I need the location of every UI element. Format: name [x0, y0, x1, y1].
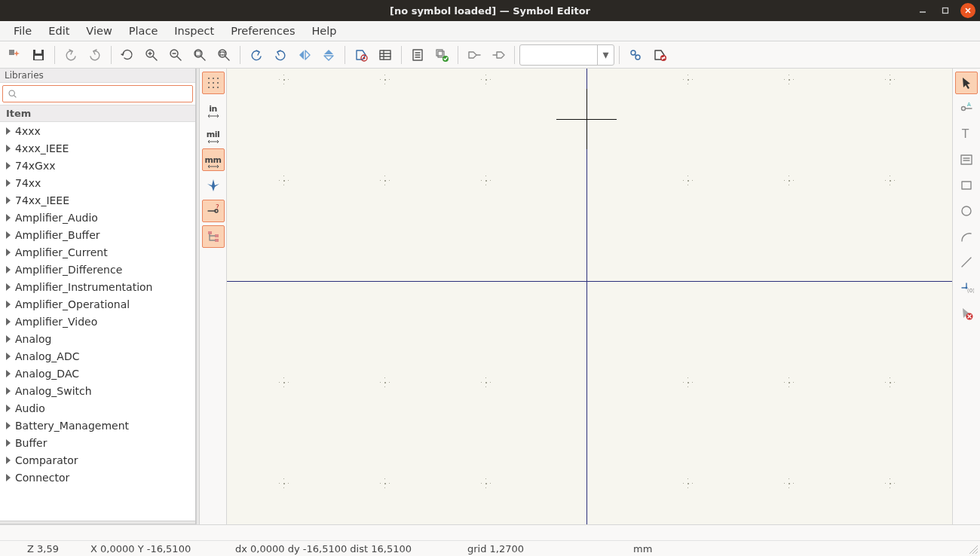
unit-selector[interactable]: ▾ [519, 44, 614, 66]
libraries-panel: Libraries Item 4xxx4xxx_IEEE74xGxx74xx74… [0, 69, 196, 524]
line-tool[interactable] [955, 251, 978, 273]
erc-button[interactable] [430, 44, 453, 66]
grid-tick [692, 382, 693, 383]
library-item[interactable]: 74xx_IEEE [0, 191, 195, 209]
libraries-list[interactable]: 4xxx4xxx_IEEE74xGxx74xx74xx_IEEEAmplifie… [0, 122, 195, 521]
grid-tick [688, 176, 688, 176]
svg-rect-66 [215, 234, 219, 237]
redo-button[interactable] [84, 44, 106, 66]
tree-toggle[interactable] [202, 225, 225, 248]
library-item[interactable]: Analog [0, 330, 195, 347]
library-item[interactable]: Amplifier_Video [0, 313, 195, 330]
libraries-search[interactable] [2, 85, 193, 102]
zoom-fit-button[interactable] [188, 44, 211, 66]
add-to-board-button[interactable] [648, 44, 671, 66]
horizontal-splitter[interactable] [0, 521, 195, 524]
mirror-v-button[interactable] [317, 44, 340, 66]
rect-tool[interactable] [955, 174, 978, 197]
library-item[interactable]: Battery_Management [0, 417, 195, 434]
grid-dot [384, 79, 386, 81]
text-tool[interactable]: T [955, 123, 978, 145]
library-item[interactable]: Audio [0, 399, 195, 417]
select-tool[interactable] [955, 72, 978, 94]
grid-tick [485, 84, 486, 84]
rotate-cw-button[interactable] [269, 44, 292, 66]
sync-button[interactable] [624, 44, 647, 66]
libraries-search-input[interactable] [22, 88, 188, 99]
library-item[interactable]: Amplifier_Buffer [0, 226, 195, 243]
undo-button[interactable] [60, 44, 82, 66]
library-item[interactable]: Amplifier_Operational [0, 295, 195, 313]
zoom-select-button[interactable] [213, 44, 235, 66]
library-item[interactable]: Amplifier_Difference [0, 261, 195, 278]
symbol-properties-button[interactable] [350, 44, 372, 66]
rotate-ccw-button[interactable] [245, 44, 268, 66]
unit-in-toggle[interactable]: in [202, 97, 225, 120]
unit-mm-label: mm [205, 155, 222, 165]
new-symbol-button[interactable] [3, 44, 26, 66]
library-item[interactable]: Amplifier_Instrumentation [0, 278, 195, 295]
grid-dot [688, 382, 689, 383]
grid-tick [283, 478, 284, 479]
grid-dot [384, 180, 386, 182]
library-item[interactable]: Analog_Switch [0, 382, 195, 399]
refresh-button[interactable] [116, 44, 139, 66]
toolbar-separator [54, 46, 55, 64]
menu-inspect[interactable]: Inspect [167, 23, 222, 39]
window-minimize-button[interactable] [915, 3, 930, 18]
grid-tick [288, 483, 289, 484]
library-item[interactable]: Connector [0, 469, 195, 486]
canvas[interactable] [227, 69, 953, 524]
zoom-in-button[interactable] [140, 44, 163, 66]
unit-mm-toggle[interactable]: mm [202, 148, 225, 171]
arc-tool[interactable] [955, 225, 978, 248]
svg-point-53 [213, 82, 214, 84]
import-symbol-button[interactable] [487, 44, 510, 66]
expand-icon [6, 214, 11, 221]
library-item[interactable]: Analog_DAC [0, 365, 195, 382]
window-close-button[interactable] [960, 3, 975, 18]
grid-toggle[interactable] [202, 72, 225, 94]
library-item[interactable]: 74xGxx [0, 157, 195, 174]
grid-tick [688, 487, 688, 488]
menu-edit[interactable]: Edit [41, 23, 77, 39]
textbox-tool[interactable] [955, 148, 978, 171]
libraries-column-header: Item [0, 105, 195, 122]
grid-dot [890, 79, 891, 81]
delete-tool[interactable] [955, 302, 978, 325]
library-item[interactable]: Comparator [0, 451, 195, 469]
save-button[interactable] [27, 44, 50, 66]
datasheet-button[interactable] [406, 44, 429, 66]
resize-grip-icon[interactable] [966, 542, 978, 554]
library-item[interactable]: 4xxx_IEEE [0, 139, 195, 157]
library-item[interactable]: Buffer [0, 434, 195, 451]
menu-view[interactable]: View [78, 23, 119, 39]
pin-table-button[interactable] [374, 44, 397, 66]
svg-point-69 [962, 107, 966, 111]
mirror-h-button[interactable] [293, 44, 316, 66]
pin-preview-toggle[interactable]: ? [202, 200, 225, 222]
cursor-full-toggle[interactable] [202, 174, 225, 197]
library-item-label: Analog [15, 333, 51, 345]
library-item[interactable]: 74xx [0, 174, 195, 191]
circle-tool[interactable] [955, 200, 978, 222]
library-item[interactable]: Amplifier_Current [0, 243, 195, 261]
library-item[interactable]: 4xxx [0, 122, 195, 139]
anchor-tool[interactable]: (0) [955, 276, 978, 299]
unit-mil-toggle[interactable]: mil [202, 123, 225, 145]
library-item-label: Analog_ADC [15, 350, 80, 362]
window-maximize-button[interactable] [938, 3, 953, 18]
library-item[interactable]: Amplifier_Audio [0, 209, 195, 226]
export-symbol-button[interactable] [463, 44, 485, 66]
menu-preferences[interactable]: Preferences [223, 23, 302, 39]
grid-tick [283, 386, 284, 387]
grid-tick [688, 478, 688, 479]
svg-point-52 [208, 82, 210, 84]
menu-file[interactable]: File [6, 23, 39, 39]
library-item[interactable]: Analog_ADC [0, 347, 195, 365]
pin-tool[interactable]: A [955, 97, 978, 120]
zoom-out-button[interactable] [164, 44, 187, 66]
menu-help[interactable]: Help [304, 23, 344, 39]
grid-tick [688, 377, 688, 378]
menu-place[interactable]: Place [121, 23, 166, 39]
